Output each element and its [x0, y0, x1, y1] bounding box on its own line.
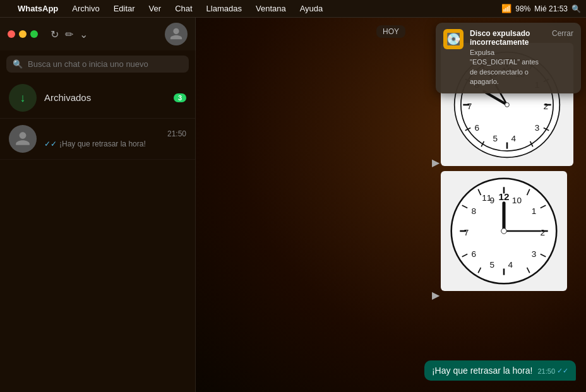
clock-image-2: 12 1 2 3 4 5 6 7 8 9 10 11	[441, 171, 567, 291]
svg-text:10: 10	[512, 196, 522, 205]
svg-text:7: 7	[467, 101, 472, 110]
app-name-menu[interactable]: WhatsApp	[14, 3, 62, 15]
today-label: HOY	[376, 25, 405, 38]
svg-text:1: 1	[532, 206, 537, 216]
archived-row[interactable]: ↓ Archivados 3	[0, 78, 195, 119]
svg-text:8: 8	[472, 206, 477, 216]
archived-label: Archivados	[44, 92, 91, 103]
menu-ayuda[interactable]: Ayuda	[296, 3, 327, 15]
chat-info: 21:50 ✓✓ ¡Hay que retrasar la hora!	[44, 129, 186, 148]
main-layout: ↻ ✏ ⌄ 🔍 ↓	[0, 18, 586, 392]
sidebar: ↻ ✏ ⌄ 🔍 ↓	[0, 18, 196, 392]
message-meta: 21:50 ✓✓	[537, 367, 568, 375]
notif-title: Disco expulsado incorrectamente	[470, 29, 543, 47]
chat-avatar	[9, 125, 37, 153]
svg-text:6: 6	[475, 122, 480, 132]
message-text: ¡Hay que retrasar la hora!	[432, 365, 533, 376]
toolbar: ↻ ✏ ⌄	[0, 18, 196, 50]
notif-body: Expulsa "EOS_DIGITAL" antes de desconect…	[470, 48, 543, 87]
message-time: 21:50	[537, 367, 555, 375]
search-wrapper[interactable]: 🔍	[6, 56, 189, 73]
svg-point-29	[505, 102, 510, 107]
menu-ver[interactable]: Ver	[145, 3, 165, 15]
notif-disk-icon: 💽	[443, 29, 463, 49]
clock-svg-2: 12 1 2 3 4 5 6 7 8 9 10 11	[450, 177, 558, 285]
svg-text:12: 12	[498, 191, 509, 202]
compose-icon[interactable]: ✏	[65, 28, 73, 40]
chevron-down-icon[interactable]: ⌄	[80, 28, 88, 40]
close-button[interactable]	[8, 30, 15, 38]
search-bar: 🔍	[0, 50, 195, 78]
toolbar-actions: ↻ ✏ ⌄	[51, 28, 88, 40]
svg-text:3: 3	[532, 249, 537, 259]
menu-chat[interactable]: Chat	[171, 3, 196, 15]
maximize-button[interactable]	[30, 30, 38, 38]
spotlight-icon[interactable]: 🔍	[571, 4, 581, 13]
menu-bar-right: 📶 98% Mié 21:53 🔍	[501, 4, 581, 13]
message-bubble: ¡Hay que retrasar la hora! 21:50 ✓✓	[424, 360, 576, 381]
traffic-lights	[8, 30, 38, 38]
search-icon: 🔍	[13, 59, 23, 69]
refresh-icon[interactable]: ↻	[51, 28, 59, 40]
svg-text:2: 2	[540, 228, 545, 237]
app-window: ↻ ✏ ⌄ 🔍 ↓	[0, 18, 586, 392]
chat-preview: ✓✓ ¡Hay que retrasar la hora!	[44, 140, 186, 148]
svg-text:11: 11	[482, 193, 491, 203]
menu-bar: WhatsApp Archivo Editar Ver Chat Llamada…	[0, 0, 586, 18]
svg-text:5: 5	[490, 260, 495, 270]
contact-avatar-icon	[15, 131, 31, 147]
svg-text:3: 3	[535, 122, 540, 132]
notif-text: Disco expulsado incorrectamente Expulsa …	[470, 29, 543, 87]
clock-label: Mié 21:53	[534, 4, 568, 13]
svg-text:2: 2	[543, 101, 548, 110]
menu-archivo[interactable]: Archivo	[68, 3, 103, 15]
archived-count: 3	[174, 93, 186, 102]
wifi-icon: 📶	[501, 4, 511, 13]
chat-area: HOY 💽 Disco expulsado incorrectamente Ex…	[196, 18, 586, 392]
menu-editar[interactable]: Editar	[110, 3, 139, 15]
svg-text:4: 4	[508, 260, 513, 270]
svg-text:6: 6	[472, 249, 477, 259]
chat-preview-text: ¡Hay que retrasar la hora!	[59, 140, 146, 148]
menu-ventana[interactable]: Ventana	[252, 3, 290, 15]
avatar-icon	[169, 27, 183, 41]
search-input[interactable]	[28, 59, 182, 69]
menu-llamadas[interactable]: Llamadas	[203, 3, 246, 15]
archived-icon: ↓	[9, 84, 37, 112]
svg-text:4: 4	[511, 133, 516, 143]
check-marks-icon: ✓✓	[44, 140, 57, 148]
notif-close-button[interactable]: Cerrar	[549, 29, 573, 38]
notification-popup: 💽 Disco expulsado incorrectamente Expuls…	[436, 23, 581, 93]
chat-time: 21:50	[167, 129, 186, 138]
chat-header-row: 21:50	[44, 129, 186, 138]
archived-text: Archivados	[44, 92, 174, 104]
profile-avatar[interactable]	[165, 23, 188, 45]
svg-point-57	[501, 229, 507, 234]
forward-arrow-1-icon[interactable]: ▶	[432, 157, 440, 169]
message-checks-icon: ✓✓	[557, 367, 568, 375]
svg-text:5: 5	[493, 133, 498, 143]
chat-list-item[interactable]: 21:50 ✓✓ ¡Hay que retrasar la hora!	[0, 119, 195, 160]
battery-label: 98%	[515, 4, 530, 13]
minimize-button[interactable]	[19, 30, 27, 38]
forward-arrow-2-icon[interactable]: ▶	[432, 289, 440, 301]
svg-text:7: 7	[464, 228, 469, 237]
